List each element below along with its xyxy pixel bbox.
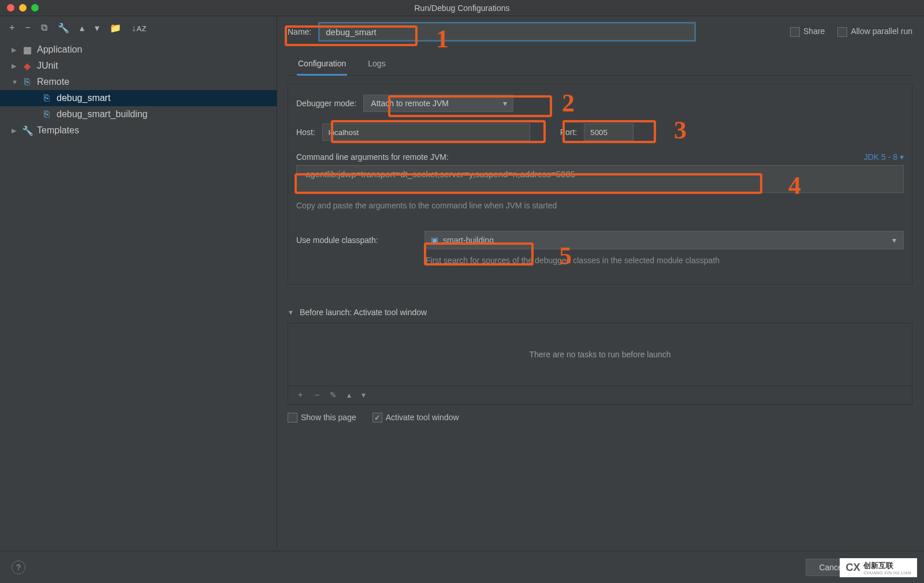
activate-window-label: Activate tool window <box>386 413 459 422</box>
port-label: Port: <box>560 128 578 137</box>
tree-item-label: debug_smart <box>57 93 110 103</box>
config-tree: ▶ ▦ Application ▶ ◆ JUnit ▼ ⎘ Remote ⎘ d… <box>0 39 277 139</box>
window-title: Run/Debug Configurations <box>415 3 510 13</box>
options-checks: Share Allow parallel run <box>790 27 912 37</box>
watermark-sub: CHUANG XIN HU LIAN <box>863 571 911 575</box>
debugger-mode-select[interactable]: Attach to remote JVM <box>363 95 513 112</box>
name-label: Name: <box>288 27 311 36</box>
watermark-logo-icon: CX <box>845 562 860 574</box>
remove-icon[interactable]: − <box>25 23 30 33</box>
tree-node-application[interactable]: ▶ ▦ Application <box>0 42 277 58</box>
tab-configuration[interactable]: Configuration <box>297 54 347 76</box>
module-label: Use module classpath: <box>296 236 418 245</box>
chevron-right-icon: ▶ <box>12 46 17 54</box>
before-launch-empty: There are no tasks to run before launch <box>529 350 670 359</box>
host-port-row: Host: Port: <box>296 124 904 141</box>
watermark-brand: 创新互联 <box>863 560 911 571</box>
folder-icon[interactable]: 📁 <box>110 23 121 33</box>
down-icon[interactable]: ▾ <box>95 23 99 33</box>
activate-window-checkbox[interactable]: Activate tool window <box>372 413 459 423</box>
wrench-icon[interactable]: 🔧 <box>58 23 69 33</box>
share-label: Share <box>803 27 825 36</box>
content: + − ⧉ 🔧 ▴ ▾ 📁 ↓ᴀᴢ ▶ ▦ Application ▶ ◆ JU… <box>0 16 924 547</box>
before-launch-toolbar: ＋ − ✎ ▴ ▾ <box>288 386 912 405</box>
minimize-icon[interactable] <box>19 4 27 12</box>
sort-icon[interactable]: ↓ᴀᴢ <box>132 23 146 33</box>
tree-label: JUnit <box>37 61 58 71</box>
tree-node-remote[interactable]: ▼ ⎘ Remote <box>0 74 277 90</box>
copy-icon[interactable]: ⧉ <box>41 23 47 33</box>
before-launch-checks: Show this page Activate tool window <box>288 413 912 423</box>
tree-label: Remote <box>37 77 69 87</box>
tabs: Configuration Logs <box>288 54 912 76</box>
host-label: Host: <box>296 128 315 137</box>
tree-label: Application <box>37 44 82 55</box>
tree-item-debug-smart-building[interactable]: ⎘ debug_smart_building <box>0 106 277 122</box>
show-page-label: Show this page <box>301 413 356 422</box>
maximize-icon[interactable] <box>31 4 39 12</box>
tree-node-templates[interactable]: ▶ 🔧 Templates <box>0 122 277 139</box>
remote-run-icon: ⎘ <box>42 93 52 103</box>
remote-run-icon: ⎘ <box>42 109 52 119</box>
add-icon[interactable]: ＋ <box>296 390 304 400</box>
module-row: Use module classpath: ▣ smart-building <box>296 231 904 249</box>
show-page-checkbox[interactable]: Show this page <box>288 413 356 423</box>
tree-node-junit[interactable]: ▶ ◆ JUnit <box>0 58 277 74</box>
host-input[interactable] <box>322 124 530 141</box>
jdk-link[interactable]: JDK 5 - 8 ▾ <box>864 152 904 162</box>
name-input[interactable] <box>319 23 695 40</box>
before-launch: ▼ Before launch: Activate tool window Th… <box>288 308 912 423</box>
port-input[interactable] <box>584 124 634 141</box>
before-launch-title: Before launch: Activate tool window <box>300 308 427 317</box>
config-card: Debugger mode: Attach to remote JVM Host… <box>288 84 912 285</box>
chevron-down-icon: ▼ <box>288 309 294 316</box>
module-select[interactable]: ▣ smart-building <box>424 231 904 249</box>
tree-item-debug-smart[interactable]: ⎘ debug_smart <box>0 90 277 106</box>
up-icon[interactable]: ▴ <box>347 390 351 399</box>
main-panel: Name: Share Allow parallel run Configura… <box>277 16 924 547</box>
sidebar-toolbar: + − ⧉ 🔧 ▴ ▾ 📁 ↓ᴀᴢ <box>0 16 277 39</box>
module-hint: First search for sources of the debugged… <box>426 255 726 267</box>
name-row: Name: Share Allow parallel run <box>288 23 912 40</box>
down-icon[interactable]: ▾ <box>362 390 366 399</box>
chevron-right-icon: ▶ <box>12 62 17 70</box>
cli-value: -agentlib:jdwp=transport=dt_socket,serve… <box>303 169 575 179</box>
share-checkbox[interactable]: Share <box>790 27 825 37</box>
cli-hint: Copy and paste the arguments to the comm… <box>296 201 904 210</box>
parallel-label: Allow parallel run <box>851 27 912 36</box>
parallel-checkbox[interactable]: Allow parallel run <box>837 27 912 37</box>
footer: ? Cancel Apply <box>0 551 924 583</box>
chevron-down-icon: ▼ <box>12 79 17 85</box>
before-launch-header[interactable]: ▼ Before launch: Activate tool window <box>288 308 912 317</box>
debugger-mode-row: Debugger mode: Attach to remote JVM <box>296 95 904 112</box>
cli-label: Command line arguments for remote JVM: <box>296 152 449 162</box>
sidebar: + − ⧉ 🔧 ▴ ▾ 📁 ↓ᴀᴢ ▶ ▦ Application ▶ ◆ JU… <box>0 16 277 547</box>
cli-arguments-box[interactable]: -agentlib:jdwp=transport=dt_socket,serve… <box>296 165 904 193</box>
window-controls <box>0 4 39 12</box>
module-value: smart-building <box>443 236 494 245</box>
debugger-mode-value: Attach to remote JVM <box>371 99 449 108</box>
remove-icon[interactable]: − <box>315 390 319 399</box>
before-launch-body: There are no tasks to run before launch <box>288 323 912 386</box>
module-icon: ▣ <box>431 236 438 245</box>
titlebar: Run/Debug Configurations <box>0 0 924 16</box>
cli-label-row: Command line arguments for remote JVM: J… <box>296 152 904 162</box>
tree-label: Templates <box>37 125 79 136</box>
tab-logs[interactable]: Logs <box>367 54 386 75</box>
tree-item-label: debug_smart_building <box>57 109 147 119</box>
remote-icon: ⎘ <box>22 77 32 87</box>
up-icon[interactable]: ▴ <box>80 23 84 33</box>
templates-icon: 🔧 <box>22 125 32 136</box>
debugger-mode-label: Debugger mode: <box>296 99 356 108</box>
close-icon[interactable] <box>7 4 14 12</box>
watermark: CX 创新互联 CHUANG XIN HU LIAN <box>840 558 917 577</box>
edit-icon[interactable]: ✎ <box>330 390 337 399</box>
add-icon[interactable]: + <box>9 23 14 33</box>
junit-icon: ◆ <box>22 61 32 72</box>
chevron-right-icon: ▶ <box>12 127 17 134</box>
help-button[interactable]: ? <box>12 560 25 574</box>
application-icon: ▦ <box>22 44 32 55</box>
